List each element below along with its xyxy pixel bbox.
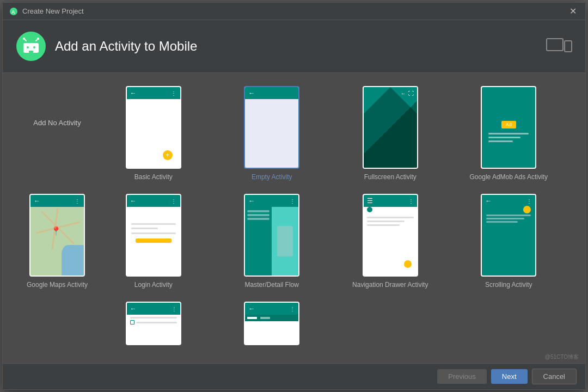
back-arrow-icon: ← bbox=[248, 197, 255, 205]
empty-activity-thumb: ← bbox=[244, 86, 299, 169]
tab-item bbox=[247, 317, 257, 319]
cancel-button[interactable]: Cancel bbox=[532, 369, 577, 384]
watermark: @51CTO博客 bbox=[545, 353, 579, 361]
back-arrow-icon: ← bbox=[248, 89, 255, 97]
login-line bbox=[131, 232, 176, 234]
nav-line bbox=[367, 224, 400, 226]
tabbed-activity-thumb: ← ⋮ bbox=[244, 302, 299, 345]
list-item[interactable]: ← ⋮ bbox=[99, 302, 209, 345]
activity-grid: Add No Activity ← ⋮ + Basic Activity bbox=[24, 86, 564, 345]
fab-icon bbox=[404, 260, 412, 268]
tab-item bbox=[260, 317, 270, 319]
maps-activity-thumb: ← ⋮ 📍 bbox=[29, 194, 85, 277]
checkbox-icon bbox=[130, 320, 134, 324]
page-title: Add an Activity to Mobile bbox=[55, 39, 197, 54]
activity-label: Add No Activity bbox=[33, 119, 81, 127]
list-item[interactable]: Ad Google AdMob Ads Activity bbox=[454, 86, 564, 181]
fab-icon: + bbox=[163, 150, 173, 160]
list-item[interactable]: ← ⋮ Login Activity bbox=[99, 194, 209, 289]
svg-point-10 bbox=[37, 38, 39, 40]
back-icon: ← bbox=[401, 90, 406, 96]
list-item[interactable]: ← ⋮ + Basic Activity bbox=[99, 86, 209, 181]
phone-screen: ← ⋮ bbox=[127, 303, 180, 344]
previous-button[interactable]: Previous bbox=[437, 369, 487, 384]
back-arrow-icon: ← bbox=[130, 197, 137, 205]
phone-screen: ← ⋮ bbox=[482, 195, 535, 275]
svg-rect-11 bbox=[547, 39, 563, 51]
tablet-phone-icon bbox=[546, 38, 572, 55]
android-logo-icon bbox=[16, 31, 46, 62]
list-line bbox=[247, 214, 270, 216]
title-bar-left: A Create New Project bbox=[9, 7, 84, 16]
title-bar: A Create New Project ✕ bbox=[3, 3, 585, 20]
settings-row bbox=[130, 320, 177, 324]
back-arrow-icon: ← bbox=[485, 197, 492, 205]
phone-screen: ← ⋮ 📍 bbox=[30, 195, 84, 275]
scroll-content bbox=[482, 211, 535, 228]
admob-line bbox=[488, 137, 520, 138]
map-pin-icon: 📍 bbox=[51, 227, 62, 236]
svg-point-9 bbox=[23, 38, 25, 40]
admob-line bbox=[488, 133, 529, 134]
activity-label: Basic Activity bbox=[134, 173, 173, 181]
master-detail-body bbox=[245, 207, 298, 275]
scroll-line bbox=[486, 221, 517, 223]
device-toggle-icon[interactable] bbox=[546, 38, 572, 55]
master-list bbox=[245, 207, 272, 275]
dialog-title: Create New Project bbox=[22, 7, 84, 15]
next-button[interactable]: Next bbox=[491, 369, 528, 384]
login-line bbox=[131, 223, 176, 225]
phone-header: ← ⋮ bbox=[127, 303, 180, 315]
phone-screen: ← ⋮ bbox=[245, 303, 298, 344]
list-item[interactable]: ← Empty Activity bbox=[217, 86, 327, 181]
list-item[interactable]: ← ⋮ Scrolling Activity bbox=[454, 194, 564, 289]
login-line bbox=[131, 228, 158, 229]
water-area bbox=[62, 245, 84, 275]
account-circle-icon bbox=[367, 207, 372, 212]
detail-pane bbox=[272, 207, 298, 275]
close-button[interactable]: ✕ bbox=[567, 6, 579, 17]
phone-screen: ← ⛶ bbox=[364, 87, 417, 168]
master-detail-thumb: ← ⋮ bbox=[244, 194, 299, 277]
dialog-header: Add an Activity to Mobile bbox=[3, 20, 585, 73]
fullscreen-icons: ← ⛶ bbox=[401, 90, 414, 96]
list-line bbox=[247, 218, 270, 220]
phone-screen: ← ⋮ + bbox=[127, 87, 180, 168]
activity-label: Fullscreen Activity bbox=[364, 173, 416, 181]
phone-header: ← ⋮ bbox=[482, 195, 535, 207]
scrolling-activity-thumb: ← ⋮ bbox=[481, 194, 536, 277]
list-item[interactable]: ← ⋮ bbox=[217, 302, 327, 345]
activity-label: Empty Activity bbox=[252, 173, 292, 181]
list-item[interactable]: ☰ ⋮ Navigation Drawer Activity bbox=[335, 194, 445, 289]
activity-label: Scrolling Activity bbox=[485, 281, 532, 289]
detail-card bbox=[277, 226, 293, 257]
list-item[interactable]: Add No Activity bbox=[24, 86, 90, 127]
phone-header: ← ⋮ bbox=[127, 87, 180, 99]
phone-header: ← ⋮ bbox=[127, 195, 180, 207]
list-item[interactable]: ← ⛶ Fullscreen Activity bbox=[335, 86, 445, 181]
menu-dots-icon: ⋮ bbox=[526, 198, 532, 204]
login-button bbox=[136, 238, 171, 243]
svg-point-4 bbox=[27, 46, 29, 48]
svg-rect-12 bbox=[565, 41, 572, 52]
nav-line bbox=[367, 220, 405, 222]
menu-dots-icon: ⋮ bbox=[290, 198, 295, 204]
menu-dots-icon: ⋮ bbox=[171, 306, 177, 312]
admob-lines bbox=[482, 133, 535, 144]
hamburger-icon: ☰ bbox=[367, 197, 373, 205]
phone-screen: ☰ ⋮ bbox=[364, 195, 417, 275]
list-item[interactable]: ← ⋮ 📍 Google Maps Activity bbox=[24, 194, 90, 289]
basic-activity-thumb: ← ⋮ + bbox=[126, 86, 181, 169]
list-item[interactable]: ← ⋮ bbox=[217, 194, 327, 289]
svg-point-5 bbox=[33, 46, 35, 48]
phone-screen: Ad bbox=[482, 87, 535, 168]
create-project-dialog: A Create New Project ✕ Add an Activity t… bbox=[2, 2, 586, 390]
menu-dots-icon: ⋮ bbox=[290, 306, 295, 312]
header-left: Add an Activity to Mobile bbox=[16, 31, 197, 62]
tab-bar bbox=[245, 315, 298, 321]
dialog-footer: Previous Next Cancel bbox=[3, 363, 585, 389]
settings-activity-thumb: ← ⋮ bbox=[126, 302, 181, 345]
scroll-line bbox=[486, 218, 524, 219]
menu-dots-icon: ⋮ bbox=[171, 90, 177, 96]
phone-header: ☰ ⋮ bbox=[364, 195, 417, 207]
